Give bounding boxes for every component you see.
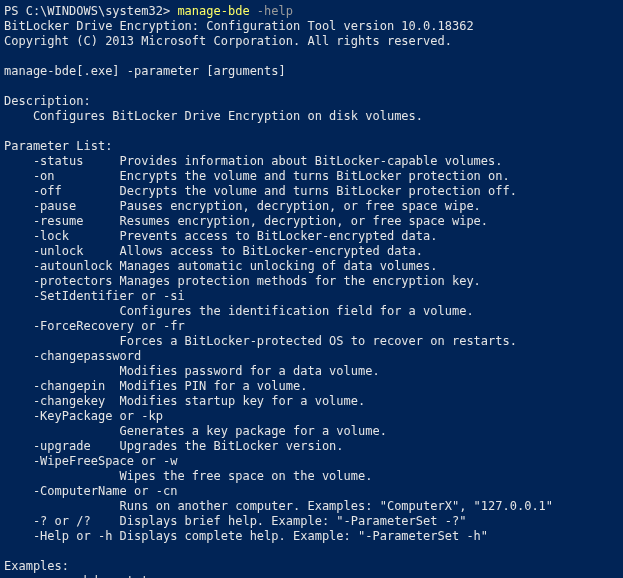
param-status: -status Provides information about BitLo… [4,154,503,168]
param-pause: -pause Pauses encryption, decryption, or… [4,199,481,213]
usage-line: manage-bde[.exe] -parameter [arguments] [4,64,286,78]
example-1: manage-bde -status [4,574,163,578]
param-changepin: -changepin Modifies PIN for a volume. [4,379,307,393]
param-help-h: -Help or -h Displays complete help. Exam… [4,529,488,543]
header-line-2: Copyright (C) 2013 Microsoft Corporation… [4,34,452,48]
description-label: Description: [4,94,91,108]
param-changepassword-desc: Modifies password for a data volume. [4,364,380,378]
param-forcerecovery-desc: Forces a BitLocker-protected OS to recov… [4,334,517,348]
terminal-output[interactable]: PS C:\WINDOWS\system32> manage-bde -help… [0,0,623,578]
param-on: -on Encrypts the volume and turns BitLoc… [4,169,510,183]
param-lock: -lock Prevents access to BitLocker-encry… [4,229,437,243]
param-wipefreespace-desc: Wipes the free space on the volume. [4,469,372,483]
param-keypackage: -KeyPackage or -kp [4,409,163,423]
header-line-1: BitLocker Drive Encryption: Configuratio… [4,19,474,33]
param-protectors: -protectors Manages protection methods f… [4,274,481,288]
prompt-text: PS C:\WINDOWS\system32> [4,4,177,18]
param-changekey: -changekey Modifies startup key for a vo… [4,394,365,408]
param-autounlock: -autounlock Manages automatic unlocking … [4,259,437,273]
param-off: -off Decrypts the volume and turns BitLo… [4,184,517,198]
argument-text: -help [250,4,293,18]
param-keypackage-desc: Generates a key package for a volume. [4,424,387,438]
param-computername-desc: Runs on another computer. Examples: "Com… [4,499,553,513]
examples-label: Examples: [4,559,69,573]
prompt-line: PS C:\WINDOWS\system32> manage-bde -help [4,4,293,18]
param-changepassword: -changepassword [4,349,141,363]
command-text: manage-bde [177,4,249,18]
param-setidentifier: -SetIdentifier or -si [4,289,185,303]
param-upgrade: -upgrade Upgrades the BitLocker version. [4,439,344,453]
param-computername: -ComputerName or -cn [4,484,177,498]
parameter-list-label: Parameter List: [4,139,112,153]
param-forcerecovery: -ForceRecovery or -fr [4,319,185,333]
param-unlock: -unlock Allows access to BitLocker-encry… [4,244,423,258]
param-wipefreespace: -WipeFreeSpace or -w [4,454,177,468]
param-setidentifier-desc: Configures the identification field for … [4,304,474,318]
description-text: Configures BitLocker Drive Encryption on… [4,109,423,123]
param-resume: -resume Resumes encryption, decryption, … [4,214,488,228]
param-help-question: -? or /? Displays brief help. Example: "… [4,514,466,528]
